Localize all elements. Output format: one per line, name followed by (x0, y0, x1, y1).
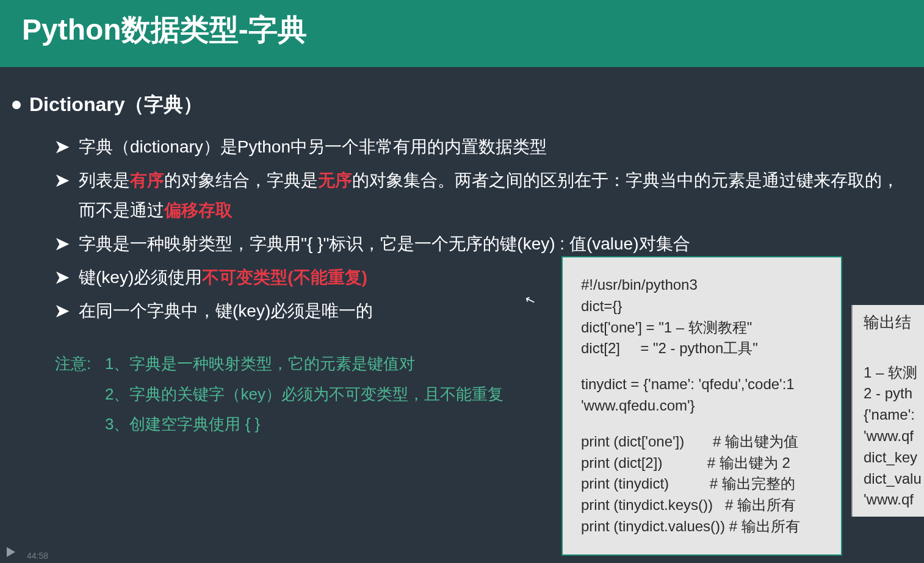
bullet-text: 字典是一种映射类型，字典用"{ }"标识，它是一个无序的键(key) : 值(v… (79, 229, 690, 259)
arrow-icon: ➤ (55, 132, 69, 162)
code-line: print (tinydict) # 输出完整的 (581, 473, 823, 495)
output-line: dict_key (864, 447, 924, 468)
output-line: 1 – 软测 (864, 362, 924, 384)
bullet-text: 列表是有序的对象结合，字典是无序的对象集合。两者之间的区别在于：字典当中的元素是… (79, 165, 912, 225)
bullet-text: 在同一个字典中，键(key)必须是唯一的 (79, 296, 373, 326)
code-line: print (tinydict.values()) # 输出所有 (581, 516, 823, 537)
bullet-item: ➤ 字典（dictionary）是Python中另一个非常有用的内置数据类型 (55, 132, 912, 162)
code-line: tinydict = {'name': 'qfedu','code':1 (581, 374, 823, 395)
output-line: dict_valu (864, 468, 924, 490)
section-title-row: Dictionary（字典） (12, 91, 912, 118)
code-line: print (tinydict.keys()) # 输出所有 (581, 495, 823, 516)
code-line: dict['one'] = "1 – 软测教程" (581, 317, 823, 339)
code-output-right: 输出结 1 – 软测 2 - pyth {'name': 'www.qf dic… (851, 305, 924, 517)
note-label: 注意: (55, 350, 105, 378)
arrow-icon: ➤ (55, 165, 69, 225)
code-line: print (dict[2]) # 输出键为 2 (581, 453, 823, 474)
code-line: dict={} (581, 296, 823, 317)
section-title: Dictionary（字典） (29, 91, 203, 118)
video-timestamp: 44:58 (27, 551, 48, 561)
slide-header: Python数据类型-字典 (0, 0, 924, 67)
bullet-item: ➤ 列表是有序的对象结合，字典是无序的对象集合。两者之间的区别在于：字典当中的元… (55, 165, 912, 225)
code-line: print (dict['one']) # 输出键为值 (581, 431, 823, 453)
code-line: dict[2] = "2 - python工具" (581, 338, 823, 359)
output-line: 2 - pyth (864, 383, 924, 404)
arrow-icon: ➤ (55, 296, 69, 326)
code-line: 'www.qfedu.com'} (581, 395, 823, 417)
code-example-left: #!/usr/bin/python3 dict={} dict['one'] =… (561, 256, 842, 556)
arrow-icon: ➤ (55, 262, 69, 292)
bullet-text: 键(key)必须使用不可变类型(不能重复) (79, 262, 367, 292)
bullet-text: 字典（dictionary）是Python中另一个非常有用的内置数据类型 (79, 132, 547, 162)
output-line: {'name': (864, 404, 924, 426)
code-line: #!/usr/bin/python3 (581, 274, 823, 296)
svg-marker-0 (7, 547, 15, 557)
play-icon[interactable] (5, 546, 17, 561)
arrow-icon: ➤ (55, 229, 69, 259)
output-line: 'www.qf (864, 489, 924, 511)
output-title: 输出结 (864, 311, 924, 334)
bullet-disc-icon (12, 101, 21, 109)
slide-title: Python数据类型-字典 (22, 10, 307, 49)
bullet-item: ➤ 字典是一种映射类型，字典用"{ }"标识，它是一个无序的键(key) : 值… (55, 229, 912, 259)
output-line: 'www.qf (864, 426, 924, 447)
